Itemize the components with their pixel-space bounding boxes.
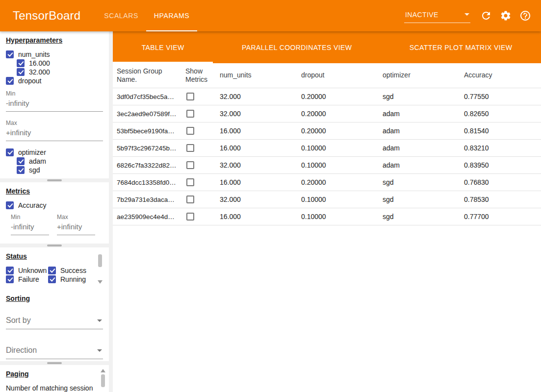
table-row[interactable]: 3ec2aed9e07589f… 32.000 0.20000 adam 0.8… [113, 105, 541, 122]
checkbox-dropout[interactable]: dropout [6, 76, 103, 85]
checkbox-label: sgd [29, 166, 40, 174]
checkbox-icon [6, 77, 14, 85]
pane-divider [0, 178, 109, 182]
num-units-value: 32.000 [216, 110, 297, 118]
show-metrics-checkbox[interactable] [186, 144, 194, 152]
status-heading: Status [6, 252, 94, 260]
dropout-max-input[interactable] [6, 126, 103, 141]
optimizer-value: sgd [379, 178, 460, 186]
table-row[interactable]: 53bf5bece9190fa… 16.000 0.20000 adam 0.8… [113, 122, 541, 140]
session-group-name: ae235909ec4e4d… [113, 213, 181, 220]
direction-select[interactable]: Direction [6, 344, 103, 359]
tab-table-view[interactable]: TABLE VIEW [113, 31, 213, 63]
col-header-accuracy[interactable]: Accuracy [460, 68, 541, 83]
session-group-name: 53bf5bece9190fa… [113, 127, 181, 135]
dropout-value: 0.20000 [297, 93, 379, 100]
checkbox-optimizer-sgd[interactable]: sgd [17, 166, 103, 174]
checkbox-label: Unknown [18, 267, 47, 274]
sort-by-select[interactable]: Sort by [6, 314, 103, 329]
checkbox-status-success[interactable]: Success [48, 266, 94, 275]
checkbox-label: Failure [18, 275, 39, 283]
optimizer-value: adam [379, 110, 460, 118]
checkbox-label: num_units [18, 50, 50, 58]
accuracy-min-input[interactable] [11, 220, 49, 235]
checkbox-num-units-16[interactable]: 16.000 [17, 59, 103, 68]
tab-hparams[interactable]: HPARAMS [146, 0, 197, 31]
checkbox-num-units[interactable]: num_units [6, 50, 103, 59]
paging-pane: Paging Number of matching session groups… [0, 365, 109, 392]
status-list: Status Unknown Success Failure [6, 252, 103, 284]
checkbox-label: Success [60, 267, 86, 274]
scroll-down-icon[interactable] [98, 280, 103, 284]
checkbox-accuracy[interactable]: Accuracy [6, 201, 103, 210]
table-header-row: Session Group Name. Show Metrics num_uni… [113, 63, 541, 88]
pane-resize-handle[interactable] [47, 245, 62, 246]
checkbox-icon [17, 157, 25, 165]
settings-button[interactable] [496, 6, 515, 25]
show-metrics-checkbox[interactable] [186, 127, 194, 135]
refresh-button[interactable] [476, 6, 496, 25]
checkbox-label: 32.000 [29, 68, 50, 76]
show-metrics-checkbox[interactable] [186, 110, 194, 118]
col-header-dropout[interactable]: dropout [297, 68, 379, 83]
hyperparameters-pane: Hyperparameters num_units 16.000 32.000 … [0, 31, 109, 178]
checkbox-optimizer-adam[interactable]: adam [17, 157, 103, 166]
table-row[interactable]: 3df0d7cf35bec5a… 32.000 0.20000 sgd 0.77… [113, 88, 541, 105]
show-metrics-checkbox[interactable] [186, 213, 194, 220]
chevron-down-icon [97, 349, 102, 352]
metrics-pane: Metrics Accuracy Min Max [0, 182, 109, 244]
scrollbar-thumb[interactable] [98, 254, 102, 267]
show-metrics-checkbox[interactable] [186, 93, 194, 100]
status-grid: Unknown Success Failure Running [6, 266, 94, 284]
accuracy-max-input[interactable] [57, 220, 95, 235]
hparams-main: TABLE VIEW PARALLEL COORDINATES VIEW SCA… [113, 31, 541, 392]
tab-scalars[interactable]: SCALARS [96, 0, 146, 31]
tensorboard-app: TensorBoard SCALARS HPARAMS INACTIVE [0, 0, 541, 392]
checkbox-status-running[interactable]: Running [48, 275, 94, 284]
col-header-num-units[interactable]: num_units [216, 68, 297, 83]
optimizer-value: adam [379, 144, 460, 152]
table-row[interactable]: 7684dcc13358fd0… 16.000 0.20000 sgd 0.76… [113, 174, 541, 191]
checkbox-optimizer[interactable]: optimizer [6, 148, 103, 157]
checkbox-num-units-32[interactable]: 32.000 [17, 68, 103, 76]
status-scrollbar[interactable] [97, 252, 103, 284]
reload-mode-select[interactable]: INACTIVE [404, 9, 470, 23]
paging-scrollbar[interactable] [100, 369, 106, 392]
checkbox-icon [17, 68, 25, 76]
checkbox-status-unknown[interactable]: Unknown [6, 266, 48, 275]
table-row[interactable]: 7b29a731e3daca… 32.000 0.10000 sgd 0.785… [113, 191, 541, 208]
help-button[interactable] [515, 6, 535, 25]
reload-mode-value: INACTIVE [405, 11, 438, 19]
session-group-name: 5b97f3c2967245b… [113, 145, 181, 152]
show-metrics-checkbox[interactable] [186, 178, 194, 186]
col-header-show-metrics[interactable]: Show Metrics [181, 64, 216, 87]
tab-parallel-coordinates-view[interactable]: PARALLEL COORDINATES VIEW [213, 31, 381, 63]
show-metrics-checkbox[interactable] [186, 161, 194, 169]
table-row[interactable]: 6826c7fa3322d82… 32.000 0.10000 adam 0.8… [113, 157, 541, 174]
checkbox-icon [6, 148, 14, 156]
scroll-up-icon[interactable] [101, 369, 105, 372]
dropout-value: 0.10000 [297, 196, 379, 203]
matching-session-groups-text: Number of matching session groups: 8 [6, 384, 97, 392]
checkbox-icon [6, 267, 14, 274]
dropout-value: 0.20000 [297, 110, 379, 118]
table-row[interactable]: ae235909ec4e4d… 16.000 0.10000 sgd 0.777… [113, 208, 541, 225]
show-metrics-checkbox[interactable] [186, 196, 194, 203]
accuracy-min-label: Min [11, 214, 49, 220]
tab-scatter-plot-matrix-view[interactable]: SCATTER PLOT MATRIX VIEW [381, 31, 541, 63]
num-units-value: 32.000 [216, 161, 297, 169]
scrollbar-thumb[interactable] [101, 374, 105, 387]
checkbox-status-failure[interactable]: Failure [6, 275, 48, 284]
direction-value: Direction [6, 346, 37, 355]
col-header-optimizer[interactable]: optimizer [379, 68, 460, 83]
sort-by-value: Sort by [6, 316, 31, 325]
num-units-value: 16.000 [216, 178, 297, 186]
checkbox-label: Accuracy [18, 201, 47, 209]
table-row[interactable]: 5b97f3c2967245b… 16.000 0.10000 adam 0.8… [113, 140, 541, 157]
pane-resize-handle[interactable] [47, 179, 62, 181]
col-header-session-group-name[interactable]: Session Group Name. [113, 64, 181, 87]
pane-resize-handle[interactable] [47, 362, 62, 364]
checkbox-icon [48, 275, 56, 283]
dropout-min-input[interactable] [6, 97, 103, 112]
dropout-value: 0.20000 [297, 127, 379, 135]
